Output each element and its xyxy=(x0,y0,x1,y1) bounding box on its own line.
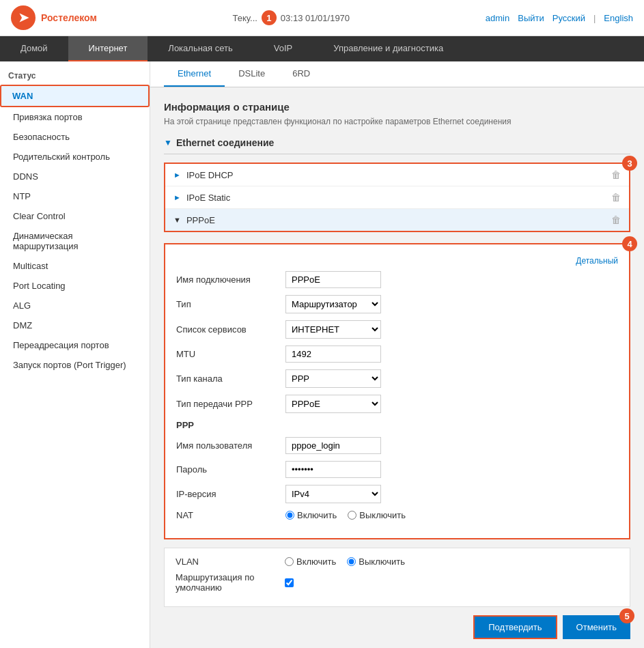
sidebar: Статус WAN Привязка портов Безопасность … xyxy=(0,61,150,648)
routing-checkbox[interactable] xyxy=(285,578,294,587)
sidebar-section-status: Статус xyxy=(0,67,150,85)
lang-ru-link[interactable]: Русский xyxy=(552,13,585,23)
input-password[interactable] xyxy=(285,461,381,478)
nat-disable-label[interactable]: Выключить xyxy=(348,510,406,520)
logo: ➤ Ростелеком xyxy=(11,5,97,30)
label-password: Пароль xyxy=(176,464,285,475)
header-time: Теку... 1 03:13 01/01/1970 xyxy=(233,10,350,25)
main-content: Ethernet DSLite 6RD Информация о страниц… xyxy=(150,61,644,648)
input-mtu[interactable] xyxy=(285,346,381,363)
vlan-enable-label[interactable]: Включить xyxy=(285,557,336,567)
form-row-type: Тип Маршрутизатор xyxy=(176,295,618,313)
conn-collapse-icon-1: ► xyxy=(173,171,181,179)
sidebar-item-parental[interactable]: Родительский контроль xyxy=(0,147,150,167)
tabs: Ethernet DSLite 6RD xyxy=(150,61,644,87)
confirm-button[interactable]: Подтвердить xyxy=(473,615,557,639)
vlan-disable-radio[interactable] xyxy=(347,557,356,566)
value-services: ИНТЕРНЕТ xyxy=(285,320,618,339)
form-row-connection-name: Имя подключения xyxy=(176,271,618,288)
vlan-enable-radio[interactable] xyxy=(285,557,294,566)
nav-lan[interactable]: Локальная сеть xyxy=(148,36,253,61)
form-row-services: Список сервисов ИНТЕРНЕТ xyxy=(176,320,618,339)
vlan-disable-text: Выключить xyxy=(359,557,405,567)
sidebar-item-ddns[interactable]: DDNS xyxy=(0,167,150,186)
value-username xyxy=(285,437,618,454)
sidebar-item-port-locating[interactable]: Port Locating xyxy=(0,276,150,296)
form-row-username: Имя пользователя xyxy=(176,437,618,454)
sidebar-item-port-trigger[interactable]: Запуск портов (Port Trigger) xyxy=(0,355,150,375)
nav-internet[interactable]: Интернет xyxy=(68,36,148,61)
nat-disable-radio[interactable] xyxy=(348,511,356,520)
sidebar-item-alg[interactable]: ALG xyxy=(0,296,150,315)
label-mtu: MTU xyxy=(176,349,285,359)
nav-home[interactable]: Домой xyxy=(0,36,68,61)
label-nat: NAT xyxy=(176,510,285,520)
tab-dslite[interactable]: DSLite xyxy=(225,61,279,87)
badge-1: 1 xyxy=(262,10,277,25)
sidebar-item-port-binding[interactable]: Привязка портов xyxy=(0,107,150,127)
user-link[interactable]: admin xyxy=(486,13,509,23)
value-ip-version: IPv4 xyxy=(285,485,618,503)
logout-link[interactable]: Выйти xyxy=(518,13,544,23)
conn-collapse-icon-2: ► xyxy=(173,193,181,201)
nat-enable-label[interactable]: Включить xyxy=(285,510,337,520)
label-connection-name: Имя подключения xyxy=(176,274,285,285)
select-ppp-type[interactable]: PPPoE xyxy=(285,395,381,413)
conn-delete-3[interactable]: 🗑 xyxy=(611,214,621,225)
sidebar-item-clear-control[interactable]: Clear Control xyxy=(0,206,150,226)
badge-5: 5 xyxy=(619,608,634,623)
label-ip-version: IP-версия xyxy=(176,489,285,499)
badge-3: 3 xyxy=(622,156,637,171)
sidebar-item-wan[interactable]: WAN xyxy=(0,85,150,107)
conn-item-pppoe[interactable]: ▼ PPPoE 🗑 xyxy=(165,209,629,231)
select-type[interactable]: Маршрутизатор xyxy=(285,295,381,313)
label-username: Имя пользователя xyxy=(176,440,285,451)
nav-voip[interactable]: VoIP xyxy=(253,36,313,61)
select-services[interactable]: ИНТЕРНЕТ xyxy=(285,320,381,339)
input-connection-name[interactable] xyxy=(285,271,381,288)
select-channel-type[interactable]: PPP xyxy=(285,369,381,388)
nat-enable-text: Включить xyxy=(297,510,337,520)
vlan-disable-label[interactable]: Выключить xyxy=(347,557,405,567)
conn-label-3: PPPoE xyxy=(186,215,611,225)
form-row-nat: NAT Включить Выключить xyxy=(176,510,618,520)
sidebar-item-security[interactable]: Безопасность xyxy=(0,127,150,147)
sidebar-item-dmz[interactable]: DMZ xyxy=(0,315,150,335)
main-nav: Домой Интернет Локальная сеть VoIP Управ… xyxy=(0,36,644,61)
value-mtu xyxy=(285,346,618,363)
input-username[interactable] xyxy=(285,437,381,454)
value-type: Маршрутизатор xyxy=(285,295,618,313)
nat-enable-radio[interactable] xyxy=(285,511,294,520)
value-password xyxy=(285,461,618,478)
form-row-channel-type: Тип канала PPP xyxy=(176,369,618,388)
conn-item-ipoe-dhcp[interactable]: ► IPoE DHCP 🗑 xyxy=(165,164,629,186)
content-area: Информация о странице На этой странице п… xyxy=(150,87,644,648)
button-row: 5 Подтвердить Отменить xyxy=(164,615,630,639)
lang-en-link[interactable]: English xyxy=(604,13,633,23)
logo-text: Ростелеком xyxy=(41,12,97,23)
tab-6rd[interactable]: 6RD xyxy=(279,61,324,87)
conn-delete-2[interactable]: 🗑 xyxy=(611,192,621,203)
form-row-mtu: MTU xyxy=(176,346,618,363)
vlan-radio-group: Включить Выключить xyxy=(285,557,405,567)
detail-link-text[interactable]: Детальный xyxy=(576,256,618,266)
value-ppp-type: PPPoE xyxy=(285,395,618,413)
conn-item-ipoe-static[interactable]: ► IPoE Static 🗑 xyxy=(165,186,629,209)
select-ip-version[interactable]: IPv4 xyxy=(285,485,381,503)
conn-delete-1[interactable]: 🗑 xyxy=(611,169,621,180)
sidebar-item-ntp[interactable]: NTP xyxy=(0,186,150,206)
label-services: Список сервисов xyxy=(176,324,285,335)
sidebar-item-dynamic-routing[interactable]: Динамическая маршрутизация xyxy=(0,226,150,256)
logo-icon: ➤ xyxy=(11,5,36,30)
routing-label: Маршрутизация по умолчанию xyxy=(176,572,285,593)
value-channel-type: PPP xyxy=(285,369,618,388)
form-row-ip-version: IP-версия IPv4 xyxy=(176,485,618,503)
sidebar-item-multicast[interactable]: Multicast xyxy=(0,256,150,276)
value-connection-name xyxy=(285,271,618,288)
label-type: Тип xyxy=(176,299,285,309)
badge-4: 4 xyxy=(622,236,637,251)
sidebar-item-port-forward[interactable]: Переадресация портов xyxy=(0,335,150,355)
tab-ethernet[interactable]: Ethernet xyxy=(164,61,225,87)
nav-admin[interactable]: Управление и диагностика xyxy=(313,36,464,61)
nat-disable-text: Выключить xyxy=(359,510,406,520)
